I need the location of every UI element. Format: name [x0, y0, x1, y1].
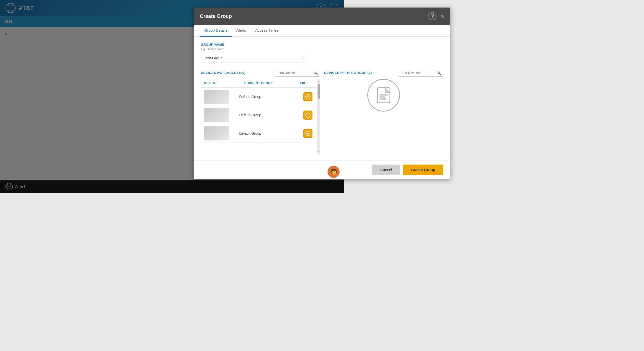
- group-name-input-wrap: ×: [201, 53, 306, 63]
- device-add-btn-2[interactable]: +: [299, 111, 317, 120]
- chat-person-icon: 🧑: [330, 169, 337, 175]
- add-device-button-1[interactable]: +: [303, 92, 312, 101]
- devices-section: DEVICES AVAILABLE (100) 🔍 ▲ ▼: [201, 69, 344, 154]
- add-icon-3: +: [305, 131, 310, 136]
- add-device-button-2[interactable]: +: [303, 111, 312, 120]
- modal-body: GROUP NAME e.g. Design Team × DEVICES AV…: [194, 37, 344, 160]
- add-icon-2: +: [305, 113, 310, 118]
- modal-tabs: Group Details Alerts Access Times: [194, 25, 344, 37]
- chat-support-button[interactable]: 🧑: [328, 166, 340, 178]
- add-device-button-3[interactable]: +: [303, 129, 312, 138]
- devices-table-scroll[interactable]: DEVICE CURRENT GROUP ADD Default Group: [201, 79, 320, 154]
- device-group-3: Default Group: [236, 131, 299, 135]
- device-thumbnail-1: [204, 90, 229, 104]
- devices-table-header: DEVICE CURRENT GROUP ADD: [201, 79, 317, 88]
- devices-in-group-label: DEVICES IN THIS GROUP (0): [324, 71, 344, 75]
- find-devices-left-wrap: 🔍: [275, 69, 320, 77]
- tab-alerts[interactable]: Alerts: [232, 25, 251, 37]
- device-group-1: Default Group: [236, 95, 299, 99]
- device-add-btn-3[interactable]: +: [299, 129, 317, 138]
- group-name-input[interactable]: [201, 53, 306, 63]
- tab-group-details[interactable]: Group Details: [200, 25, 232, 37]
- add-col-header: ADD: [297, 79, 317, 87]
- table-scrollbar[interactable]: ▲ ▼: [317, 79, 320, 154]
- device-thumbnail-3: [204, 126, 229, 140]
- devices-available-label: DEVICES AVAILABLE (100): [201, 71, 246, 75]
- modal-footer: Cancel Create Group: [194, 160, 344, 179]
- group-name-hint: e.g. Design Team: [201, 47, 344, 51]
- device-group-2: Default Group: [236, 113, 299, 117]
- table-row: Default Group +: [201, 124, 317, 143]
- add-icon-1: +: [305, 94, 310, 99]
- group-name-clear-icon[interactable]: ×: [301, 55, 304, 61]
- table-row: Default Group +: [201, 88, 317, 106]
- devices-in-group-empty: [324, 79, 344, 154]
- device-col-header: DEVICE: [201, 79, 241, 87]
- create-group-modal: Create Group ? × Group Details Alerts Ac…: [194, 8, 344, 179]
- device-thumbnail-2: [204, 108, 229, 122]
- devices-available-col: DEVICES AVAILABLE (100) 🔍 ▲ ▼: [201, 69, 320, 154]
- table-row: Default Group +: [201, 106, 317, 124]
- tab-access-times[interactable]: Access Times: [251, 25, 283, 37]
- modal-title: Create Group: [200, 13, 232, 19]
- device-add-btn-1[interactable]: +: [299, 92, 317, 101]
- empty-state: [324, 79, 344, 112]
- devices-in-group-header: DEVICES IN THIS GROUP (0) 🔍: [324, 69, 344, 77]
- group-name-label: GROUP NAME: [201, 43, 344, 46]
- devices-available-table: ▲ ▼ DEVICE CURRENT GROUP ADD: [201, 79, 320, 154]
- find-devices-left-icon: 🔍: [313, 71, 318, 75]
- current-group-col-header: CURRENT GROUP: [241, 79, 297, 87]
- devices-in-group-col: DEVICES IN THIS GROUP (0) 🔍: [324, 69, 344, 154]
- devices-available-header: DEVICES AVAILABLE (100) 🔍: [201, 69, 320, 77]
- scroll-up-arrow[interactable]: ▲: [317, 79, 320, 84]
- scroll-down-arrow[interactable]: ▼: [317, 149, 320, 154]
- modal-header: Create Group ? ×: [194, 8, 344, 25]
